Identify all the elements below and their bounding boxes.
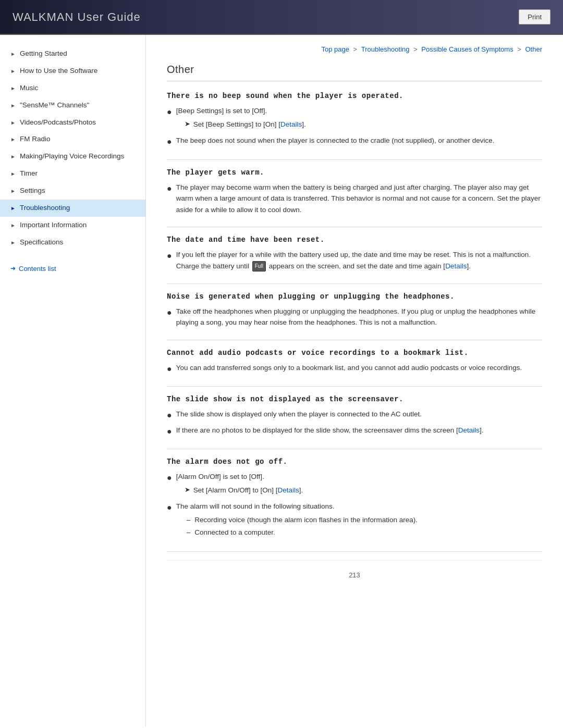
bullet-text: The beep does not sound when the player … <box>176 135 542 146</box>
layout: ► Getting Started ► How to Use the Softw… <box>0 35 563 726</box>
breadcrumb-other[interactable]: Other <box>525 45 542 53</box>
section-warm: The player gets warm. ● The player may b… <box>167 168 542 228</box>
sidebar-item-label: Specifications <box>20 238 137 248</box>
section-body-warm: ● The player may become warm when the ba… <box>167 182 542 216</box>
bullet-icon: ● <box>167 363 172 375</box>
arrow-icon: ► <box>10 153 16 161</box>
arrow-text: Set [Alarm On/Off] to [On] [Details]. <box>193 485 303 496</box>
footer: 213 <box>167 560 542 589</box>
section-title-warm: The player gets warm. <box>167 168 542 177</box>
bullet-item: ● If you left the player for a while wit… <box>167 249 542 272</box>
section-title-date-reset: The date and time have been reset. <box>167 236 542 244</box>
sidebar-item-label: Making/Playing Voice Recordings <box>20 152 137 162</box>
bullet-icon: ● <box>167 250 172 262</box>
bullet-item: ● The beep does not sound when the playe… <box>167 135 542 147</box>
section-title-no-beep: There is no beep sound when the player i… <box>167 92 542 100</box>
sidebar-item-settings[interactable]: ► Settings <box>0 182 145 200</box>
arrow-icon: ► <box>10 68 16 75</box>
bullet-icon: ● <box>167 106 172 118</box>
section-body-noise: ● Take off the headphones when plugging … <box>167 306 542 328</box>
section-body-podcast: ● You can add transferred songs only to … <box>167 362 542 375</box>
bullet-item: ● You can add transferred songs only to … <box>167 362 542 375</box>
bullet-icon: ● <box>167 307 172 318</box>
section-body-date-reset: ● If you left the player for a while wit… <box>167 249 542 272</box>
breadcrumb-possible-causes[interactable]: Possible Causes of Symptoms <box>421 45 513 53</box>
section-title-alarm: The alarm does not go off. <box>167 458 542 466</box>
header-title-bold: WALKMAN <box>13 10 74 23</box>
section-title-podcast: Cannot add audio podcasts or voice recor… <box>167 349 542 357</box>
header-title-normal: User Guide <box>74 10 140 23</box>
contents-list-link[interactable]: ➜ Contents list <box>0 260 145 278</box>
sidebar-item-label: Timer <box>20 169 137 179</box>
sidebar-item-timer[interactable]: ► Timer <box>0 165 145 182</box>
sidebar-item-label: "SensMe™ Channels" <box>20 101 137 110</box>
breadcrumb: Top page > Troubleshooting > Possible Ca… <box>167 45 542 53</box>
sidebar-item-fm-radio[interactable]: ► FM Radio <box>0 131 145 148</box>
page-title: Other <box>167 64 542 81</box>
breadcrumb-sep-1: > <box>353 45 359 53</box>
arrow-item: ➤ Set [Alarm On/Off] to [On] [Details]. <box>185 485 542 496</box>
bullet-text: Take off the headphones when plugging or… <box>176 306 542 328</box>
sub-item: – Recording voice (though the alarm icon… <box>187 514 542 526</box>
bullet-text: [Alarm On/Off] is set to [Off]. ➤ Set [A… <box>176 471 542 498</box>
section-noise: Noise is generated when plugging or unpl… <box>167 292 542 340</box>
arrow-icon: ► <box>10 102 16 109</box>
print-button[interactable]: Print <box>519 9 550 24</box>
arrow-icon: ► <box>10 136 16 143</box>
page-number: 213 <box>349 571 360 579</box>
details-link[interactable]: Details <box>280 120 302 128</box>
arrow-icon: ► <box>10 85 16 92</box>
sidebar-item-getting-started[interactable]: ► Getting Started <box>0 45 145 63</box>
sub-item-text: Connected to a computer. <box>194 527 275 538</box>
section-title-slideshow: The slide show is not displayed as the s… <box>167 395 542 403</box>
section-podcast: Cannot add audio podcasts or voice recor… <box>167 349 542 387</box>
section-body-no-beep: ● [Beep Settings] is set to [Off]. ➤ Set… <box>167 105 542 148</box>
details-link[interactable]: Details <box>277 486 299 494</box>
bullet-text: [Beep Settings] is set to [Off]. ➤ Set [… <box>176 105 542 132</box>
bullet-item: ● The alarm will not sound in the follow… <box>167 501 542 540</box>
arrow-text: Set [Beep Settings] to [On] [Details]. <box>193 119 306 130</box>
arrow-icon: ➤ <box>185 119 190 130</box>
bullet-item: ● The player may become warm when the ba… <box>167 182 542 216</box>
bullet-item: ● [Alarm On/Off] is set to [Off]. ➤ Set … <box>167 471 542 498</box>
sidebar-item-label: Videos/Podcasts/Photos <box>20 118 137 128</box>
sub-item-text: Recording voice (though the alarm icon f… <box>194 514 418 526</box>
section-no-beep: There is no beep sound when the player i… <box>167 92 542 160</box>
arrow-icon: ► <box>10 188 16 195</box>
details-link[interactable]: Details <box>458 426 480 434</box>
sub-list: – Recording voice (though the alarm icon… <box>187 514 542 538</box>
section-body-slideshow: ● The slide show is displayed only when … <box>167 409 542 437</box>
sidebar-item-label: FM Radio <box>20 134 137 144</box>
sidebar: ► Getting Started ► How to Use the Softw… <box>0 35 146 726</box>
section-date-reset: The date and time have been reset. ● If … <box>167 236 542 283</box>
bullet-text: The slide show is displayed only when th… <box>176 409 542 420</box>
sidebar-item-voice[interactable]: ► Making/Playing Voice Recordings <box>0 148 145 165</box>
header: WALKMAN User Guide Print <box>0 0 563 35</box>
sidebar-item-videos[interactable]: ► Videos/Podcasts/Photos <box>0 114 145 131</box>
arrow-icon: ► <box>10 222 16 229</box>
arrow-right-icon: ➜ <box>10 265 16 272</box>
sidebar-item-label: Music <box>20 83 137 93</box>
dash-icon: – <box>187 527 191 538</box>
sidebar-item-music[interactable]: ► Music <box>0 80 145 97</box>
details-link[interactable]: Details <box>445 262 467 270</box>
breadcrumb-troubleshooting[interactable]: Troubleshooting <box>361 45 410 53</box>
breadcrumb-sep-3: > <box>517 45 523 53</box>
bullet-text: If there are no photos to be displayed f… <box>176 425 542 436</box>
sidebar-item-sensme[interactable]: ► "SensMe™ Channels" <box>0 97 145 114</box>
breadcrumb-top-page[interactable]: Top page <box>321 45 349 53</box>
bullet-icon: ● <box>167 502 172 513</box>
section-alarm: The alarm does not go off. ● [Alarm On/O… <box>167 458 542 552</box>
sidebar-item-how-to-use[interactable]: ► How to Use the Software <box>0 63 145 80</box>
sidebar-item-specifications[interactable]: ► Specifications <box>0 234 145 251</box>
arrow-item: ➤ Set [Beep Settings] to [On] [Details]. <box>185 119 542 130</box>
sidebar-item-label: Getting Started <box>20 49 137 59</box>
section-body-alarm: ● [Alarm On/Off] is set to [Off]. ➤ Set … <box>167 471 542 540</box>
sidebar-item-important-info[interactable]: ► Important Information <box>0 217 145 234</box>
sidebar-item-label: Important Information <box>20 220 137 230</box>
arrow-icon: ► <box>10 119 16 127</box>
sidebar-item-troubleshooting[interactable]: ► Troubleshooting <box>0 200 145 217</box>
breadcrumb-sep-2: > <box>413 45 419 53</box>
bullet-icon: ● <box>167 472 172 484</box>
bullet-text: If you left the player for a while with … <box>176 249 542 272</box>
